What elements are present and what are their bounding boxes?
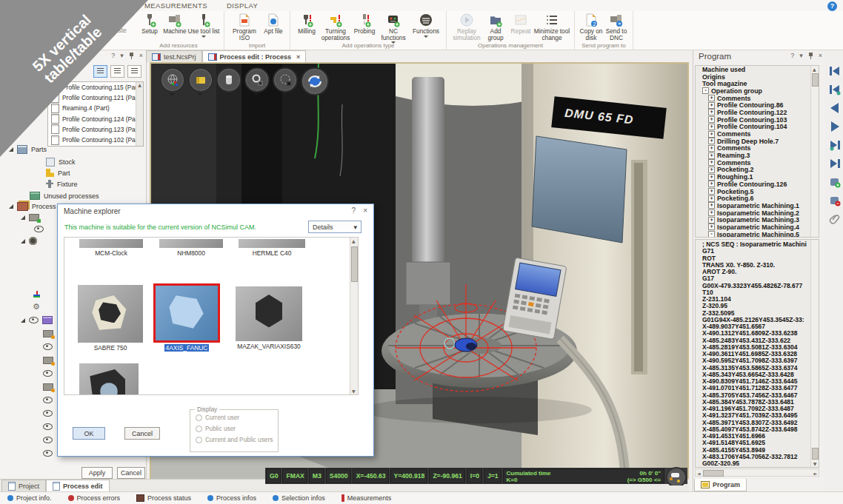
expand-icon[interactable]: + (708, 202, 715, 209)
tree-node-process[interactable]: Process (9, 202, 56, 211)
expanded-triangle-icon[interactable] (21, 215, 25, 220)
apt-file-button[interactable]: Apt file (261, 12, 286, 35)
panel-close-icon[interactable]: × (139, 52, 143, 59)
details-dropdown[interactable]: Details ▾ (308, 221, 361, 233)
program-tree-item[interactable]: + Reaming.3 (696, 152, 819, 159)
program-tree-scrollbar[interactable]: ▲ (810, 66, 819, 237)
operation-list-item[interactable]: Profile Contouring.124 (Part) (48, 114, 143, 124)
expand-icon[interactable]: + (708, 152, 715, 159)
list-view-medium-button[interactable] (110, 65, 124, 78)
expand-icon[interactable]: + (708, 209, 715, 216)
status-process-status[interactable]: Process status (136, 494, 191, 502)
program-tree-item[interactable]: + Comments (696, 130, 819, 138)
display-mode-button[interactable] (188, 67, 213, 93)
radio-public-user[interactable]: Public user (196, 425, 278, 432)
step-forward-icon[interactable] (829, 139, 841, 151)
expand-icon[interactable]: + (708, 95, 715, 101)
milling-button[interactable]: Milling (294, 12, 319, 35)
probing-button[interactable]: Probing (352, 12, 377, 35)
panel-pin-icon[interactable] (808, 53, 813, 59)
record-indicator-icon[interactable] (666, 467, 687, 487)
list-view-compact-button[interactable] (127, 65, 141, 78)
skip-to-end-icon[interactable] (829, 158, 841, 169)
operation-list-item[interactable]: Profile Contouring.121 (Part) (48, 93, 143, 103)
program-tree-item[interactable]: + Profile Contouring.103 (696, 116, 819, 124)
program-tree-item[interactable]: + Profile Contouring.104 (696, 124, 819, 131)
program-tree-group[interactable]: - Operation group (696, 87, 819, 95)
machine-button[interactable]: Machine (162, 12, 187, 35)
gcode-view[interactable]: ; NCS SEQ : Isoparametric MachiniG71ROTT… (695, 239, 819, 468)
tree-leaf[interactable] (43, 437, 53, 443)
tree-node-machine[interactable] (21, 214, 39, 221)
send-to-dnc-button[interactable]: Send to DNC (604, 12, 629, 41)
apply-button[interactable]: Apply (81, 467, 113, 479)
help-icon[interactable]: ? (827, 1, 837, 11)
program-tree-item[interactable]: + Comments (696, 95, 819, 102)
dialog-help-icon[interactable]: ? (352, 206, 356, 215)
expanded-triangle-icon[interactable] (9, 204, 13, 209)
gcode-scrollbar[interactable]: ▼ (810, 240, 819, 467)
program-tree-item[interactable]: + Isoparametric Machining.3 (696, 216, 819, 224)
machine-item-selected[interactable]: 4AXIS_FANUC (152, 283, 221, 352)
panel-close-icon[interactable]: × (819, 52, 822, 59)
program-tree-item[interactable]: + Comments (696, 159, 819, 167)
selection-mode-button[interactable] (273, 67, 298, 93)
machine-item[interactable]: MAZAK_VARIAXIS630 (233, 286, 304, 350)
operation-list-item[interactable]: Profile Contouring.123 (Part) (48, 124, 143, 135)
machine-item[interactable]: DMG_DMU65-FD (78, 363, 140, 395)
machine-item[interactable]: NHM8000 (158, 239, 224, 257)
expand-icon[interactable]: + (708, 195, 715, 202)
program-tree-item[interactable]: + Pocketing.6 (696, 195, 819, 202)
tab-project[interactable]: Project (1, 480, 46, 491)
tree-leaf[interactable] (43, 343, 53, 350)
program-tree-item[interactable]: + Pocketing.2 (696, 167, 819, 174)
tree-node-stock[interactable]: Stock (46, 158, 76, 167)
expand-icon[interactable]: + (708, 145, 715, 152)
setup-button[interactable]: Setup (137, 12, 162, 35)
program-tree-item[interactable]: Origins (696, 73, 819, 81)
status-measurements[interactable]: Measurements (341, 494, 392, 502)
program-tree-item[interactable]: + Isoparametric Machining.4 (696, 224, 819, 231)
add-group-button[interactable]: Add group (483, 12, 508, 41)
machine-item[interactable]: SABRE 750 (76, 285, 144, 352)
program-tree-item[interactable]: + Profile Contouring.126 (696, 181, 819, 188)
dialog-close-icon[interactable]: × (363, 206, 367, 215)
operation-list-item[interactable]: Reaming.4 (Part) (48, 103, 143, 113)
tree-leaf[interactable] (43, 370, 53, 377)
expand-icon[interactable]: + (708, 188, 715, 195)
tree-node-part[interactable]: Part (46, 169, 70, 177)
play-icon[interactable] (829, 121, 841, 132)
program-tree-item[interactable]: + Isoparametric Machining.1 (696, 202, 819, 209)
status-process-infos[interactable]: Process infos (207, 494, 256, 502)
functions-button[interactable]: Functions (410, 12, 442, 38)
collapse-icon[interactable]: - (702, 87, 709, 94)
operation-list-item[interactable]: Profile Contouring.102 (Part) (48, 135, 143, 145)
expand-icon[interactable]: + (708, 116, 715, 123)
tree-leaf[interactable] (43, 410, 53, 417)
expand-icon[interactable]: + (708, 181, 715, 187)
expanded-triangle-icon[interactable] (9, 147, 13, 152)
status-process-errors[interactable]: Process errors (68, 494, 121, 502)
expand-icon[interactable]: + (708, 138, 715, 144)
program-tree-item[interactable]: + Pocketing.5 (696, 188, 819, 195)
panel-help-icon[interactable]: ? (790, 52, 794, 59)
zoom-button[interactable] (244, 67, 270, 93)
step-back-icon[interactable] (829, 102, 841, 114)
expand-icon[interactable]: + (708, 124, 715, 130)
tree-leaf[interactable] (43, 383, 53, 391)
program-tree-item[interactable]: Tool magazine (696, 80, 819, 87)
validate-step-icon[interactable] (829, 176, 841, 188)
tree-node-wheel[interactable] (21, 237, 37, 245)
use-tool-list-button[interactable]: Use tool list (187, 12, 220, 38)
rewind-icon[interactable] (829, 84, 841, 95)
ok-button[interactable]: OK (73, 427, 105, 440)
tab-test-ncsprj[interactable]: test.NcsPrj (146, 50, 202, 62)
program-tree-item[interactable]: + Drilling Deep Hole.7 (696, 138, 819, 145)
radio-current-and-public[interactable]: Current and Public users (196, 436, 278, 443)
machine-item[interactable]: MCM-Clock (78, 239, 144, 257)
program-tree-item[interactable]: + Isoparametric Machining.2 (696, 209, 819, 217)
section-view-button[interactable] (216, 67, 241, 93)
program-tree-item[interactable]: Machine used (696, 66, 819, 73)
expand-icon[interactable]: + (708, 102, 715, 109)
status-selection-infos[interactable]: Selection infos (273, 494, 325, 502)
